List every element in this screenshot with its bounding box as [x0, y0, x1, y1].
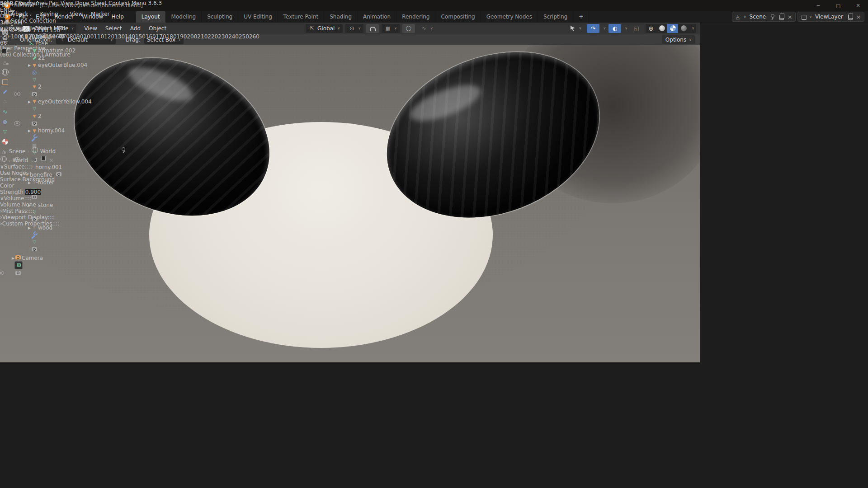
fake-user-button[interactable] — [30, 157, 37, 164]
tab--[interactable]: + — [573, 11, 589, 23]
weather-widget[interactable]: 40°F Cloudy — [0, 0, 35, 7]
properties-tab-material[interactable] — [0, 136, 59, 146]
properties-tab-constraints[interactable] — [0, 117, 59, 127]
section-mist-pass[interactable]: ›Mist Pass:::: — [0, 208, 59, 214]
tab-geometry-nodes[interactable]: Geometry Nodes — [481, 11, 538, 23]
system-tray: 40°F Cloudy ⌃ ENG US 3:04 AM 9/28/2023 2 — [0, 0, 40, 38]
shading-dropdown[interactable]: ∨ — [690, 26, 696, 30]
playhead-frame-tag[interactable]: 66 — [0, 40, 259, 46]
language-switcher[interactable]: ENG US — [0, 7, 40, 19]
pin-icon[interactable] — [120, 146, 127, 154]
section-custom-properties[interactable]: ›Custom Properties:::: — [0, 221, 59, 227]
snap-settings-dropdown[interactable]: ∨ — [382, 24, 400, 33]
unlink-button[interactable] — [48, 157, 55, 164]
properties-tab-particles[interactable] — [0, 97, 59, 107]
timeline-menu-marker[interactable]: Marker — [87, 9, 113, 19]
surface-value-dropdown[interactable]: Background — [23, 176, 55, 183]
ruler-tick: 120 — [104, 33, 114, 40]
ruler-tick: 210 — [197, 33, 208, 40]
minimize-button[interactable]: ─ — [808, 0, 828, 11]
breadcrumb-world[interactable]: World — [40, 148, 56, 155]
color-row: Color — [0, 183, 59, 189]
camera-icon — [14, 254, 22, 261]
transform-orientation-dropdown[interactable]: ⇱ Global ∨ — [306, 24, 343, 33]
show-gizmo-toggle[interactable] — [587, 24, 599, 33]
viewport-canvas[interactable]: User Perspective (66) Collection | Armat… — [0, 45, 700, 362]
hidden-icons-chevron[interactable]: ⌃ — [35, 0, 40, 7]
show-overlays-toggle[interactable] — [609, 24, 621, 33]
view-layer-selector[interactable]: ∨ ViewLayer — [797, 12, 864, 22]
notification-center[interactable]: 2 — [4, 32, 7, 38]
proportional-falloff-dropdown[interactable]: ∨ — [418, 24, 436, 33]
ruler-tick: 40 — [42, 33, 49, 40]
shading-solid-button[interactable] — [656, 24, 667, 33]
breadcrumb-scene[interactable]: Scene — [9, 148, 26, 155]
tab-compositing[interactable]: Compositing — [435, 11, 481, 23]
volume-panel-header[interactable]: ∨Volume:::: — [0, 195, 59, 202]
pivot-point-dropdown[interactable]: ∨ — [345, 24, 363, 33]
shading-rendered-button[interactable] — [678, 24, 689, 33]
scene-selector[interactable]: ◬ ∨ Scene — [732, 12, 796, 22]
close-button[interactable]: ✕ — [848, 0, 868, 11]
shading-wireframe-button[interactable] — [646, 24, 656, 33]
strength-label: Strength — [0, 189, 24, 195]
world-name-field[interactable]: World — [13, 157, 28, 164]
object-tab-icon — [0, 77, 10, 87]
strength-input[interactable]: 0.900 — [25, 189, 41, 195]
copy-icon[interactable] — [778, 13, 785, 20]
proportional-editing-toggle[interactable] — [402, 24, 415, 33]
gizmo-dropdown[interactable]: ∨ — [603, 26, 606, 30]
volume-value-dropdown[interactable]: None — [22, 202, 36, 208]
timeline-menu-view[interactable]: View — [66, 9, 87, 19]
close-icon[interactable] — [855, 13, 862, 20]
gizmo-icon — [590, 25, 597, 32]
ruler-tick: 70 — [63, 33, 70, 40]
maximize-button[interactable]: ▢ — [828, 0, 848, 11]
section-viewport-display[interactable]: ›Viewport Display:::: — [0, 214, 59, 221]
timeline-menu-keying[interactable]: Keying∨ — [36, 9, 66, 19]
properties-tab-object[interactable] — [0, 77, 59, 87]
properties-tab-view-layer[interactable] — [0, 47, 59, 57]
properties-tab-object-data[interactable] — [0, 127, 59, 136]
strength-slider[interactable]: 0.900 — [25, 189, 41, 195]
copy-icon[interactable] — [846, 13, 854, 20]
properties-tab-physics[interactable] — [0, 107, 59, 117]
surface-panel-header[interactable]: ∨Surface:::: — [0, 164, 59, 170]
visibility-dropdown[interactable]: ∨ — [566, 24, 585, 33]
volume-label: Volume — [0, 202, 20, 208]
blender-version: 3.6.3 — [148, 0, 162, 6]
taskbar-clock[interactable]: 3:04 AM 9/28/2023 — [0, 19, 40, 32]
tab-scripting[interactable]: Scripting — [538, 11, 573, 23]
tab-animation[interactable]: Animation — [358, 11, 396, 23]
end-frame-field[interactable]: End 150 — [38, 27, 61, 33]
eye-open-icon[interactable] — [0, 269, 5, 277]
ruler-tick: 100 — [83, 33, 94, 40]
shading-material-button[interactable] — [667, 24, 678, 33]
eye-closed-icon[interactable] — [14, 247, 21, 254]
overlays-dropdown[interactable]: ∨ — [625, 26, 627, 30]
tab-rendering[interactable]: Rendering — [396, 11, 435, 23]
windows-taskbar: 40°F Cloudy ⌃ ENG US 3:04 AM 9/28/2023 2 — [0, 0, 40, 38]
tab-shading[interactable]: Shading — [324, 11, 358, 23]
ruler-tick: 190 — [177, 33, 187, 40]
outliner-row[interactable]: ▸Camera — [0, 254, 92, 277]
render-visibility-icon[interactable] — [14, 269, 22, 277]
chevron-down-icon: ∨ — [744, 15, 746, 19]
properties-tab-world[interactable] — [0, 67, 59, 77]
wireframe-icon — [647, 25, 655, 32]
snap-toggle[interactable] — [366, 24, 379, 33]
world-browse-button[interactable]: ∨ — [0, 157, 13, 164]
render-visibility-icon[interactable] — [31, 246, 38, 253]
tab-texture-paint[interactable]: Texture Paint — [278, 11, 324, 23]
ruler-tick: 50 — [49, 33, 56, 40]
new-copy-button[interactable] — [39, 157, 46, 164]
xray-toggle[interactable] — [630, 24, 643, 33]
use-nodes-button[interactable]: Use Nodes — [0, 170, 59, 176]
modifiers-tab-icon — [0, 87, 10, 97]
outliner-row[interactable]: ▸wood — [0, 224, 92, 254]
options-button[interactable]: Options ∨ — [662, 35, 695, 44]
properties-tab-scene[interactable] — [0, 57, 59, 67]
pin-icon[interactable] — [769, 13, 776, 20]
properties-tab-modifiers[interactable] — [0, 87, 59, 97]
close-icon[interactable] — [786, 13, 793, 20]
